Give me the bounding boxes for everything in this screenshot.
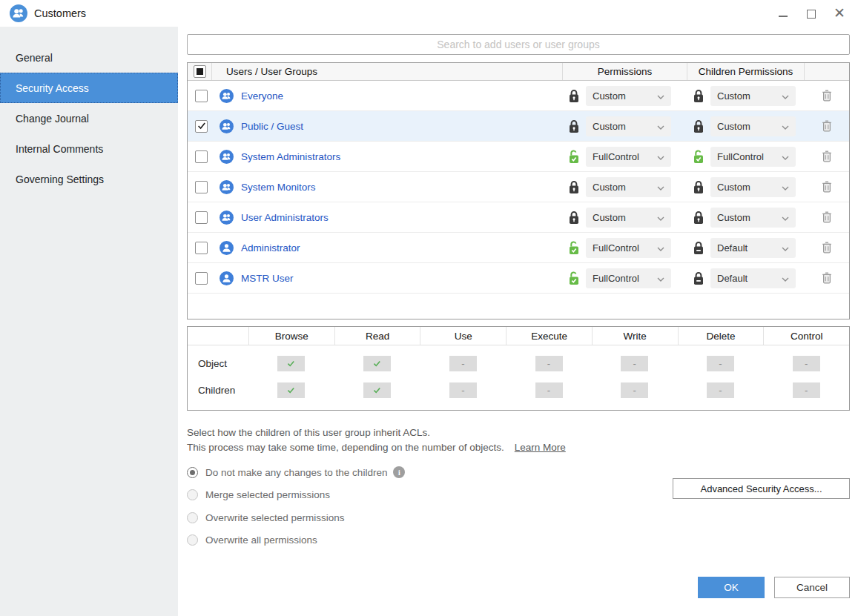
row-checkbox[interactable]	[195, 90, 208, 102]
matrix-cell-none[interactable]: -	[449, 356, 477, 371]
sidebar-item-general[interactable]: General	[0, 42, 178, 73]
trash-icon[interactable]	[822, 181, 832, 193]
inheritance-line2: This process may take some time, dependi…	[187, 442, 504, 453]
column-header-permissions: Permissions	[562, 63, 687, 80]
row-checkbox[interactable]	[195, 181, 208, 193]
locked-default-icon[interactable]	[693, 241, 704, 255]
unlocked-granted-icon[interactable]	[693, 150, 704, 164]
locked-icon[interactable]	[693, 89, 704, 103]
close-button[interactable]: ✕	[834, 8, 845, 19]
children-permissions-dropdown[interactable]: FullControl	[710, 147, 796, 167]
user-name[interactable]: MSTR User	[241, 273, 294, 284]
children-permissions-dropdown[interactable]: Custom	[710, 208, 796, 228]
select-all-checkbox[interactable]	[194, 65, 206, 78]
permissions-dropdown[interactable]: Custom	[586, 116, 671, 136]
radio-option-overwrite-selected-permissions[interactable]: Overwrite selected permissions	[187, 506, 405, 529]
trash-icon[interactable]	[822, 211, 832, 223]
sidebar-item-governing-settings[interactable]: Governing Settings	[0, 164, 178, 194]
user-name[interactable]: Everyone	[241, 90, 283, 102]
matrix-column-control: Control	[763, 327, 849, 345]
radio-option-do-not-make-any-changes-to-the-children[interactable]: Do not make any changes to the childreni	[187, 461, 405, 484]
locked-default-icon[interactable]	[693, 271, 704, 285]
locked-icon[interactable]	[693, 211, 704, 225]
unlocked-granted-icon[interactable]	[568, 241, 580, 255]
locked-icon[interactable]	[568, 89, 580, 103]
locked-icon[interactable]	[568, 180, 580, 194]
matrix-column-use: Use	[420, 327, 506, 345]
matrix-cell-granted[interactable]	[363, 382, 391, 398]
locked-icon[interactable]	[568, 211, 580, 225]
radio-option-overwrite-all-permissions[interactable]: Overwrite all permissions	[187, 529, 405, 552]
permissions-dropdown[interactable]: Custom	[586, 177, 671, 197]
matrix-cell-none[interactable]: -	[621, 356, 648, 371]
children-permissions-dropdown[interactable]: Default	[710, 238, 796, 258]
locked-icon[interactable]	[693, 119, 704, 133]
trash-icon[interactable]	[822, 150, 832, 162]
inheritance-options: Do not make any changes to the childreni…	[187, 461, 405, 552]
matrix-row-object: Object - - - - -	[188, 350, 849, 377]
ok-button[interactable]: OK	[698, 577, 765, 598]
matrix-cell-none[interactable]: -	[793, 356, 820, 371]
row-checkbox[interactable]	[195, 242, 208, 254]
learn-more-link[interactable]: Learn More	[515, 442, 566, 453]
permissions-dropdown[interactable]: Custom	[586, 86, 671, 106]
row-checkbox[interactable]	[195, 211, 208, 224]
matrix-cell-none[interactable]: -	[707, 356, 734, 371]
advanced-security-access-button[interactable]: Advanced Security Access...	[673, 478, 850, 499]
sidebar-item-change-journal[interactable]: Change Journal	[0, 103, 178, 133]
sidebar-item-security-access[interactable]: Security Access	[0, 73, 178, 103]
user-row: User Administrators Custom Custom	[188, 202, 849, 233]
row-checkbox[interactable]	[195, 150, 208, 163]
row-checkbox[interactable]	[195, 120, 208, 133]
matrix-cell-granted[interactable]	[363, 356, 391, 371]
permissions-dropdown[interactable]: FullControl	[586, 238, 671, 258]
children-permissions-dropdown[interactable]: Default	[710, 268, 796, 288]
trash-icon[interactable]	[822, 242, 832, 254]
trash-icon[interactable]	[822, 90, 832, 102]
matrix-cell-none[interactable]: -	[707, 382, 734, 398]
radio-button[interactable]	[187, 534, 198, 546]
matrix-cell-none[interactable]: -	[793, 382, 820, 398]
children-permissions-dropdown[interactable]: Custom	[710, 177, 796, 197]
trash-icon[interactable]	[822, 272, 832, 284]
matrix-cell-none[interactable]: -	[449, 382, 477, 398]
sidebar-item-internal-comments[interactable]: Internal Comments	[0, 133, 178, 164]
locked-icon[interactable]	[568, 119, 580, 133]
matrix-cell-granted[interactable]	[277, 356, 305, 371]
user-group-icon	[220, 89, 234, 103]
trash-icon[interactable]	[822, 120, 832, 132]
cancel-button[interactable]: Cancel	[774, 577, 850, 598]
user-name[interactable]: System Monitors	[241, 182, 316, 193]
column-header-actions	[804, 63, 849, 80]
matrix-cell-none[interactable]: -	[535, 356, 563, 371]
unlocked-granted-icon[interactable]	[568, 271, 580, 285]
locked-icon[interactable]	[693, 180, 704, 194]
permissions-dropdown[interactable]: Custom	[586, 208, 671, 228]
chevron-down-icon	[657, 90, 664, 102]
minimize-button[interactable]	[778, 8, 788, 19]
user-name[interactable]: System Administrators	[241, 151, 340, 162]
user-name[interactable]: User Administrators	[241, 212, 329, 223]
permissions-dropdown[interactable]: FullControl	[586, 147, 671, 167]
permissions-value: FullControl	[593, 151, 639, 162]
info-icon[interactable]: i	[393, 466, 405, 478]
children-permissions-value: Custom	[717, 121, 750, 132]
radio-button[interactable]	[187, 467, 198, 478]
matrix-cell-granted[interactable]	[277, 382, 305, 398]
unlocked-granted-icon[interactable]	[568, 150, 580, 164]
children-permissions-dropdown[interactable]: Custom	[710, 86, 796, 106]
matrix-cell-none[interactable]: -	[535, 382, 563, 398]
maximize-button[interactable]	[806, 8, 816, 19]
sidebar: GeneralSecurity AccessChange JournalInte…	[0, 27, 178, 616]
user-name[interactable]: Administrator	[241, 242, 300, 254]
radio-button[interactable]	[187, 512, 198, 523]
matrix-cell-none[interactable]: -	[621, 382, 648, 398]
search-input[interactable]	[188, 35, 849, 54]
radio-option-merge-selected-permissions[interactable]: Merge selected permissions	[187, 484, 405, 507]
permissions-dropdown[interactable]: FullControl	[586, 268, 671, 288]
permissions-value: Custom	[593, 90, 626, 102]
children-permissions-dropdown[interactable]: Custom	[710, 116, 796, 136]
row-checkbox[interactable]	[195, 272, 208, 285]
user-name[interactable]: Public / Guest	[241, 121, 303, 132]
radio-button[interactable]	[187, 489, 198, 500]
